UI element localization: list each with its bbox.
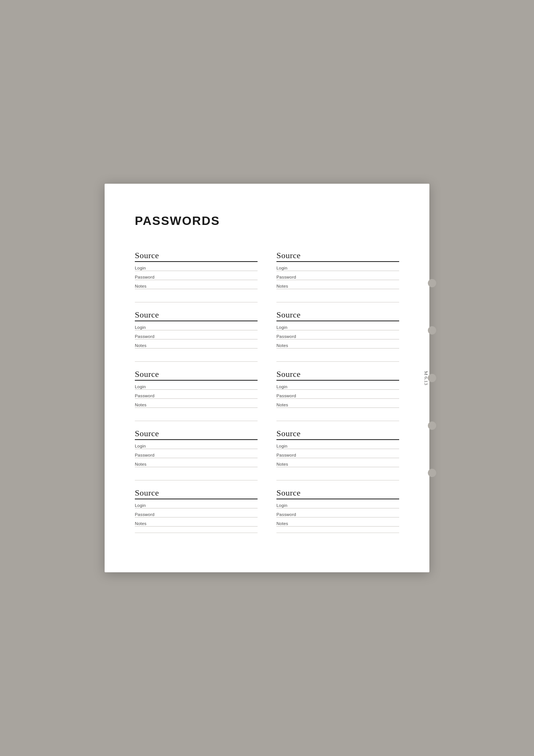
password-field-3: Password [135, 334, 258, 342]
password-field-5: Password [135, 393, 258, 401]
source-label-6: Source [276, 369, 399, 379]
source-line-3 [135, 321, 258, 321]
login-field-10: Login [276, 503, 399, 511]
login-line-7 [135, 449, 258, 449]
login-field-4: Login [276, 325, 399, 333]
notes-field-1: Notes [135, 284, 258, 291]
login-label-9: Login [135, 503, 258, 508]
password-line-8 [276, 458, 399, 458]
source-label-4: Source [276, 310, 399, 320]
notes-label-5: Notes [135, 403, 258, 407]
source-label-8: Source [276, 429, 399, 438]
source-line-9 [135, 499, 258, 499]
password-page: PASSWORDS Source Login Password Notes So… [105, 184, 429, 572]
password-field-8: Password [276, 453, 399, 460]
login-field-9: Login [135, 503, 258, 511]
login-line-3 [135, 330, 258, 330]
dot-5 [428, 469, 436, 477]
notes-field-4: Notes [276, 343, 399, 351]
password-label-10: Password [276, 512, 399, 517]
entry-10: Source Login Password Notes [276, 480, 399, 542]
login-line-1 [135, 271, 258, 271]
entry-1: Source Login Password Notes [135, 243, 258, 302]
password-line-3 [135, 339, 258, 339]
entry-8: Source Login Password Notes [276, 421, 399, 480]
source-line-6 [276, 380, 399, 381]
source-label-10: Source [276, 488, 399, 498]
login-line-10 [276, 508, 399, 508]
password-label-5: Password [135, 393, 258, 398]
notes-field-8: Notes [276, 462, 399, 469]
source-line-5 [135, 380, 258, 381]
password-label-1: Password [135, 275, 258, 279]
login-field-1: Login [135, 266, 258, 273]
notes-label-2: Notes [276, 284, 399, 288]
notes-field-2: Notes [276, 284, 399, 291]
notes-line-4 [276, 348, 399, 349]
source-line-7 [135, 439, 258, 440]
login-label-4: Login [276, 325, 399, 330]
source-label-7: Source [135, 429, 258, 438]
password-line-9 [135, 517, 258, 517]
notes-line-2 [276, 289, 399, 289]
notes-line-5 [135, 407, 258, 408]
password-label-6: Password [276, 393, 399, 398]
password-field-2: Password [276, 275, 399, 282]
login-field-2: Login [276, 266, 399, 273]
entry-9: Source Login Password Notes [135, 480, 258, 542]
password-field-6: Password [276, 393, 399, 401]
login-line-5 [135, 389, 258, 390]
page-title: PASSWORDS [135, 214, 399, 228]
login-label-2: Login [276, 266, 399, 270]
password-line-5 [135, 398, 258, 399]
notes-label-6: Notes [276, 403, 399, 407]
login-label-10: Login [276, 503, 399, 508]
login-label-6: Login [276, 384, 399, 389]
password-field-1: Password [135, 275, 258, 282]
notes-line-8 [276, 467, 399, 467]
notes-label-10: Notes [276, 521, 399, 526]
source-label-3: Source [135, 310, 258, 320]
notes-line-3 [135, 348, 258, 349]
password-line-4 [276, 339, 399, 339]
password-field-4: Password [276, 334, 399, 342]
notes-label-4: Notes [276, 343, 399, 348]
notes-field-3: Notes [135, 343, 258, 351]
source-line-8 [276, 439, 399, 440]
source-label-5: Source [135, 369, 258, 379]
password-line-7 [135, 458, 258, 458]
source-line-10 [276, 499, 399, 499]
password-line-2 [276, 280, 399, 280]
entry-3: Source Login Password Notes [135, 302, 258, 362]
login-field-8: Login [276, 444, 399, 451]
password-field-9: Password [135, 512, 258, 520]
entries-grid: Source Login Password Notes Source Login [135, 243, 399, 542]
login-field-5: Login [135, 384, 258, 392]
watermark-signature: M 6.13 [423, 371, 429, 385]
login-label-5: Login [135, 384, 258, 389]
entry-4: Source Login Password Notes [276, 302, 399, 362]
dot-1 [428, 279, 436, 287]
login-line-6 [276, 389, 399, 390]
notes-label-3: Notes [135, 343, 258, 348]
notes-line-9 [135, 526, 258, 527]
login-line-8 [276, 449, 399, 449]
notes-line-10 [276, 526, 399, 527]
notes-field-9: Notes [135, 521, 258, 529]
password-line-10 [276, 517, 399, 517]
password-label-7: Password [135, 453, 258, 457]
login-label-1: Login [135, 266, 258, 270]
login-line-2 [276, 271, 399, 271]
login-field-3: Login [135, 325, 258, 333]
dot-3 [428, 374, 436, 382]
password-line-1 [135, 280, 258, 280]
notes-label-8: Notes [276, 462, 399, 466]
entry-2: Source Login Password Notes [276, 243, 399, 302]
login-label-8: Login [276, 444, 399, 448]
login-field-6: Login [276, 384, 399, 392]
login-line-9 [135, 508, 258, 508]
password-label-2: Password [276, 275, 399, 279]
entry-7: Source Login Password Notes [135, 421, 258, 480]
notes-line-6 [276, 407, 399, 408]
password-label-3: Password [135, 334, 258, 339]
